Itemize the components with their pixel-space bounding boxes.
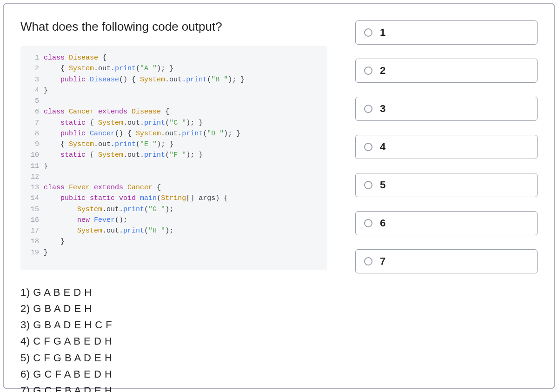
code-line: 15 System.out.print("G ");: [26, 204, 322, 215]
question-text: What does the following code output?: [20, 20, 327, 34]
code-content: public Disease() { System.out.print("B "…: [44, 74, 245, 85]
line-number: 11: [26, 161, 39, 172]
answer-row: 3) G B A D E H C F: [20, 317, 327, 333]
code-content: }: [44, 247, 48, 258]
option-label: 4: [380, 141, 385, 153]
code-content: class Cancer extends Disease {: [44, 106, 169, 117]
line-number: 6: [26, 106, 39, 117]
code-line: 18 }: [26, 236, 322, 247]
option-4[interactable]: 4: [355, 135, 538, 159]
code-line: 17 System.out.print("H ");: [26, 226, 322, 236]
quiz-frame: What does the following code output? 1cl…: [3, 3, 555, 389]
radio-icon: [364, 181, 372, 189]
option-label: 7: [380, 255, 385, 267]
line-number: 16: [26, 215, 39, 226]
code-content: class Disease {: [44, 53, 106, 63]
code-content: new Fever();: [44, 215, 127, 226]
line-number: 4: [26, 85, 39, 96]
code-line: 9 { System.out.print("E "); }: [26, 139, 322, 150]
code-content: public static void main(String[] args) {: [44, 193, 228, 204]
line-number: 9: [26, 139, 39, 150]
line-number: 15: [26, 204, 39, 215]
line-number: 13: [26, 182, 39, 193]
option-label: 5: [380, 179, 385, 191]
code-block: 1class Disease {2 { System.out.print("A …: [20, 46, 327, 270]
option-label: 2: [380, 65, 385, 77]
answer-list: 1) G A B E D H2) G B A D E H3) G B A D E…: [20, 284, 327, 392]
radio-icon: [364, 219, 372, 227]
options-column: 1234567: [355, 18, 538, 374]
answer-row: 5) C F G B A D E H: [20, 350, 327, 366]
line-number: 5: [26, 96, 39, 106]
code-line: 19}: [26, 247, 322, 258]
code-line: 13class Fever extends Cancer {: [26, 182, 322, 193]
code-line: 3 public Disease() { System.out.print("B…: [26, 74, 322, 85]
code-line: 4}: [26, 85, 322, 96]
answer-row: 1) G A B E D H: [20, 284, 327, 300]
option-7[interactable]: 7: [355, 249, 538, 273]
radio-icon: [364, 28, 372, 37]
code-content: static { System.out.print("F "); }: [44, 150, 203, 160]
option-label: 6: [380, 217, 385, 229]
code-content: System.out.print("H ");: [44, 226, 173, 236]
radio-icon: [364, 66, 372, 75]
option-label: 1: [380, 27, 385, 39]
code-content: }: [44, 236, 65, 247]
radio-icon: [364, 143, 372, 151]
answer-row: 2) G B A D E H: [20, 300, 327, 317]
code-line: 6class Cancer extends Disease {: [26, 106, 322, 117]
answer-row: 6) G C F A B E D H: [20, 366, 327, 382]
code-line: 5: [26, 96, 322, 106]
option-1[interactable]: 1: [355, 20, 538, 45]
code-line: 1class Disease {: [26, 53, 322, 63]
code-content: static { System.out.print("C "); }: [44, 118, 203, 128]
radio-icon: [364, 105, 372, 113]
code-line: 14 public static void main(String[] args…: [26, 193, 322, 204]
code-content: }: [44, 85, 48, 96]
code-line: 2 { System.out.print("A "); }: [26, 63, 322, 74]
left-column: What does the following code output? 1cl…: [20, 18, 327, 374]
line-number: 7: [26, 118, 39, 128]
code-content: }: [44, 161, 48, 172]
option-5[interactable]: 5: [355, 173, 538, 197]
option-6[interactable]: 6: [355, 211, 538, 235]
line-number: 2: [26, 63, 39, 74]
radio-icon: [364, 257, 372, 266]
code-content: System.out.print("G ");: [44, 204, 173, 215]
code-line: 7 static { System.out.print("C "); }: [26, 118, 322, 128]
code-line: 8 public Cancer() { System.out.print("D …: [26, 128, 322, 139]
line-number: 1: [26, 53, 39, 63]
option-label: 3: [380, 103, 385, 115]
code-content: { System.out.print("E "); }: [44, 139, 173, 150]
line-number: 10: [26, 150, 39, 160]
answer-row: 7) G C F B A D E H: [20, 382, 327, 392]
option-3[interactable]: 3: [355, 97, 538, 121]
code-line: 10 static { System.out.print("F "); }: [26, 150, 322, 160]
line-number: 17: [26, 226, 39, 236]
option-2[interactable]: 2: [355, 59, 538, 83]
code-content: public Cancer() { System.out.print("D ")…: [44, 128, 240, 139]
answer-row: 4) C F G A B E D H: [20, 333, 327, 349]
line-number: 18: [26, 236, 39, 247]
line-number: 19: [26, 247, 39, 258]
code-content: class Fever extends Cancer {: [44, 182, 161, 193]
code-line: 11}: [26, 161, 322, 172]
code-line: 16 new Fever();: [26, 215, 322, 226]
line-number: 3: [26, 74, 39, 85]
code-content: { System.out.print("A "); }: [44, 63, 173, 74]
code-line: 12: [26, 172, 322, 182]
line-number: 12: [26, 172, 39, 182]
line-number: 8: [26, 128, 39, 139]
line-number: 14: [26, 193, 39, 204]
